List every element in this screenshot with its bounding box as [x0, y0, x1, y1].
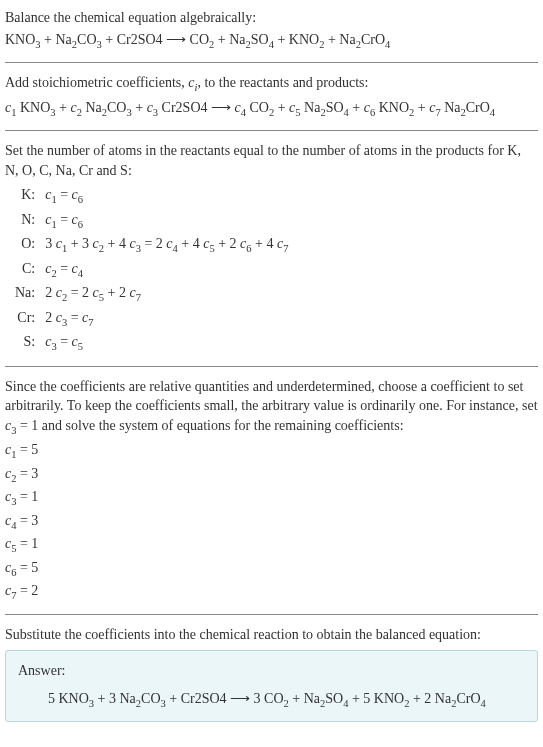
element-equation: c1 = c6 [41, 184, 292, 208]
table-row: K:c1 = c6 [11, 184, 292, 208]
intro-equation: KNO3 + Na2CO3 + Cr2SO4 ⟶ CO2 + Na2SO4 + … [5, 30, 538, 52]
divider [5, 62, 538, 63]
divider [5, 614, 538, 615]
coef-item: c7 = 2 [5, 581, 538, 603]
table-row: Cr:2 c3 = c7 [11, 307, 292, 331]
underdet-section: Since the coefficients are relative quan… [5, 377, 538, 604]
answer-label: Answer: [18, 661, 525, 681]
substitute-text: Substitute the coefficients into the che… [5, 625, 538, 645]
element-label: Cr: [11, 307, 41, 331]
divider [5, 130, 538, 131]
element-label: S: [11, 331, 41, 355]
divider [5, 366, 538, 367]
coef-item: c6 = 5 [5, 558, 538, 580]
intro-text: Balance the chemical equation algebraica… [5, 8, 538, 28]
answer-box: Answer: 5 KNO3 + 3 Na2CO3 + Cr2SO4 ⟶ 3 C… [5, 650, 538, 722]
stoich-equation: c1 KNO3 + c2 Na2CO3 + c3 Cr2SO4 ⟶ c4 CO2… [5, 98, 538, 120]
coef-item: c1 = 5 [5, 440, 538, 462]
arrow-icon: ⟶ [166, 32, 186, 47]
intro-section: Balance the chemical equation algebraica… [5, 8, 538, 52]
element-label: C: [11, 258, 41, 282]
coef-item: c3 = 1 [5, 487, 538, 509]
element-equation: 3 c1 + 3 c2 + 4 c3 = 2 c4 + 4 c5 + 2 c6 … [41, 233, 292, 257]
table-row: C:c2 = c4 [11, 258, 292, 282]
element-label: N: [11, 209, 41, 233]
atoms-section: Set the number of atoms in the reactants… [5, 141, 538, 356]
element-equation: c3 = c5 [41, 331, 292, 355]
table-row: N:c1 = c6 [11, 209, 292, 233]
answer-equation: 5 KNO3 + 3 Na2CO3 + Cr2SO4 ⟶ 3 CO2 + Na2… [18, 689, 525, 711]
stoich-section: Add stoichiometric coefficients, ci, to … [5, 73, 538, 120]
atoms-table: K:c1 = c6N:c1 = c6O:3 c1 + 3 c2 + 4 c3 =… [11, 184, 292, 355]
stoich-text: Add stoichiometric coefficients, ci, to … [5, 73, 538, 95]
element-equation: 2 c3 = c7 [41, 307, 292, 331]
table-row: O:3 c1 + 3 c2 + 4 c3 = 2 c4 + 4 c5 + 2 c… [11, 233, 292, 257]
substitute-section: Substitute the coefficients into the che… [5, 625, 538, 723]
element-label: K: [11, 184, 41, 208]
table-row: S:c3 = c5 [11, 331, 292, 355]
eq-left: KNO3 + Na2CO3 + Cr2SO4 [5, 32, 163, 47]
coef-item: c4 = 3 [5, 511, 538, 533]
element-equation: c1 = c6 [41, 209, 292, 233]
eq-right: CO2 + Na2SO4 + KNO2 + Na2CrO4 [190, 32, 391, 47]
coef-item: c5 = 1 [5, 534, 538, 556]
table-row: Na:2 c2 = 2 c5 + 2 c7 [11, 282, 292, 306]
element-label: O: [11, 233, 41, 257]
element-label: Na: [11, 282, 41, 306]
element-equation: c2 = c4 [41, 258, 292, 282]
atoms-text: Set the number of atoms in the reactants… [5, 141, 538, 180]
coef-list: c1 = 5c2 = 3c3 = 1c4 = 3c5 = 1c6 = 5c7 =… [5, 440, 538, 603]
element-equation: 2 c2 = 2 c5 + 2 c7 [41, 282, 292, 306]
coef-item: c2 = 3 [5, 464, 538, 486]
underdet-text: Since the coefficients are relative quan… [5, 377, 538, 439]
